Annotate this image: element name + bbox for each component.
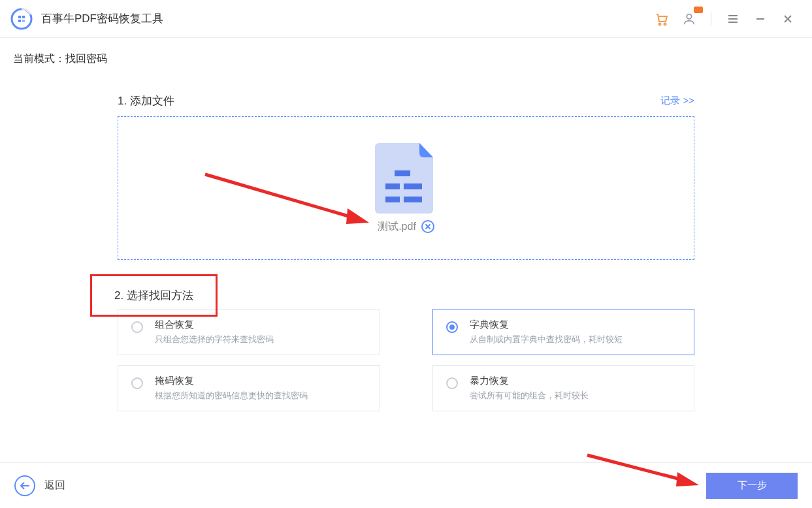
file-row: 测试.pdf <box>378 220 434 234</box>
file-icon <box>375 143 437 214</box>
section2-highlight-box: 2. 选择找回方法 <box>90 274 218 317</box>
option-title: 掩码恢复 <box>155 375 308 387</box>
vip-badge-icon <box>694 7 703 13</box>
svg-point-7 <box>687 14 691 18</box>
svg-rect-9 <box>385 183 400 189</box>
option-texts: 字典恢复 从自制或内置字典中查找密码，耗时较短 <box>470 319 623 345</box>
svg-line-15 <box>587 455 683 480</box>
annotation-arrow-icon <box>203 172 372 230</box>
account-button[interactable] <box>678 8 700 30</box>
svg-point-6 <box>664 23 666 25</box>
option-desc: 只组合您选择的字符来查找密码 <box>155 334 274 345</box>
option-title: 字典恢复 <box>470 319 623 331</box>
svg-rect-11 <box>385 197 400 202</box>
title-right <box>651 8 799 30</box>
next-button[interactable]: 下一步 <box>706 473 798 499</box>
svg-marker-14 <box>346 208 369 224</box>
remove-file-icon[interactable] <box>421 220 434 233</box>
menu-button[interactable] <box>722 8 744 30</box>
mode-prefix: 当前模式： <box>13 53 65 64</box>
back-arrow-icon <box>14 475 35 496</box>
svg-marker-16 <box>676 472 699 486</box>
minimize-button[interactable] <box>749 8 771 30</box>
option-mask[interactable]: 掩码恢复 根据您所知道的密码信息更快的查找密码 <box>118 365 380 411</box>
separator <box>711 12 711 26</box>
option-desc: 从自制或内置字典中查找密码，耗时较短 <box>470 334 623 345</box>
section2-title: 2. 选择找回方法 <box>114 288 193 303</box>
file-preview: 测试.pdf <box>375 143 437 234</box>
svg-rect-3 <box>18 20 21 22</box>
radio-icon <box>131 377 143 389</box>
svg-rect-4 <box>22 20 25 22</box>
option-dictionary[interactable]: 字典恢复 从自制或内置字典中查找密码，耗时较短 <box>432 309 695 355</box>
content-area: 当前模式：找回密码 1. 添加文件 记录 >> 测试.pdf <box>0 38 812 462</box>
titlebar: 百事牛PDF密码恢复工具 <box>0 0 812 38</box>
svg-rect-2 <box>22 16 25 18</box>
back-label: 返回 <box>44 479 65 492</box>
option-texts: 掩码恢复 根据您所知道的密码信息更快的查找密码 <box>155 375 308 402</box>
option-desc: 尝试所有可能的组合，耗时较长 <box>470 390 589 402</box>
close-button[interactable] <box>777 8 799 30</box>
option-title: 组合恢复 <box>155 319 274 331</box>
app-title: 百事牛PDF密码恢复工具 <box>41 11 163 26</box>
option-title: 暴力恢复 <box>470 375 589 387</box>
radio-icon <box>446 377 458 389</box>
title-left: 百事牛PDF密码恢复工具 <box>10 7 163 31</box>
svg-point-5 <box>659 23 661 25</box>
svg-rect-8 <box>395 170 410 176</box>
option-texts: 暴力恢复 尝试所有可能的组合，耗时较长 <box>470 375 589 402</box>
svg-line-13 <box>205 174 353 217</box>
mode-value: 找回密码 <box>65 53 107 64</box>
mode-label: 当前模式：找回密码 <box>13 52 799 66</box>
app-logo-icon <box>10 7 33 31</box>
section-method: 2. 选择找回方法 组合恢复 只组合您选择的字符来查找密码 字典恢复 从自制或内… <box>118 274 694 411</box>
option-desc: 根据您所知道的密码信息更快的查找密码 <box>155 390 308 402</box>
records-link[interactable]: 记录 >> <box>660 95 694 107</box>
cart-button[interactable] <box>651 8 673 30</box>
svg-rect-10 <box>404 183 422 189</box>
file-name: 测试.pdf <box>378 220 416 234</box>
svg-rect-1 <box>18 16 21 18</box>
back-button[interactable]: 返回 <box>14 475 65 496</box>
section1-head: 1. 添加文件 记录 >> <box>118 93 694 108</box>
annotation-arrow-icon <box>585 452 702 492</box>
option-bruteforce[interactable]: 暴力恢复 尝试所有可能的组合，耗时较长 <box>432 365 695 411</box>
svg-rect-12 <box>404 197 422 202</box>
option-texts: 组合恢复 只组合您选择的字符来查找密码 <box>155 319 274 345</box>
section1-title: 1. 添加文件 <box>118 93 174 108</box>
radio-icon <box>131 321 143 333</box>
recovery-options: 组合恢复 只组合您选择的字符来查找密码 字典恢复 从自制或内置字典中查找密码，耗… <box>118 309 694 411</box>
radio-icon <box>446 321 458 333</box>
